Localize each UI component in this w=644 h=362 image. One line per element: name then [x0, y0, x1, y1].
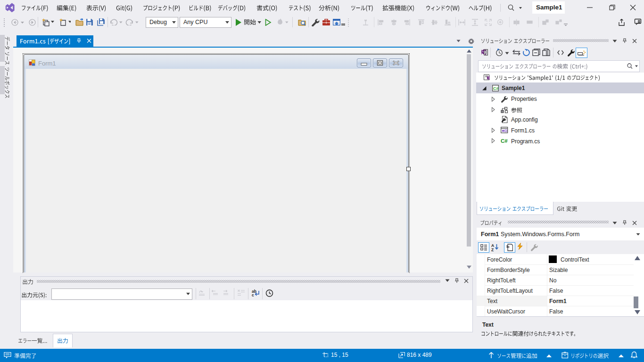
svg-text:Z: Z — [491, 247, 494, 252]
svg-text:c: c — [252, 293, 254, 297]
svg-text:C#: C# — [493, 86, 499, 91]
svg-text:C#: C# — [501, 138, 508, 144]
